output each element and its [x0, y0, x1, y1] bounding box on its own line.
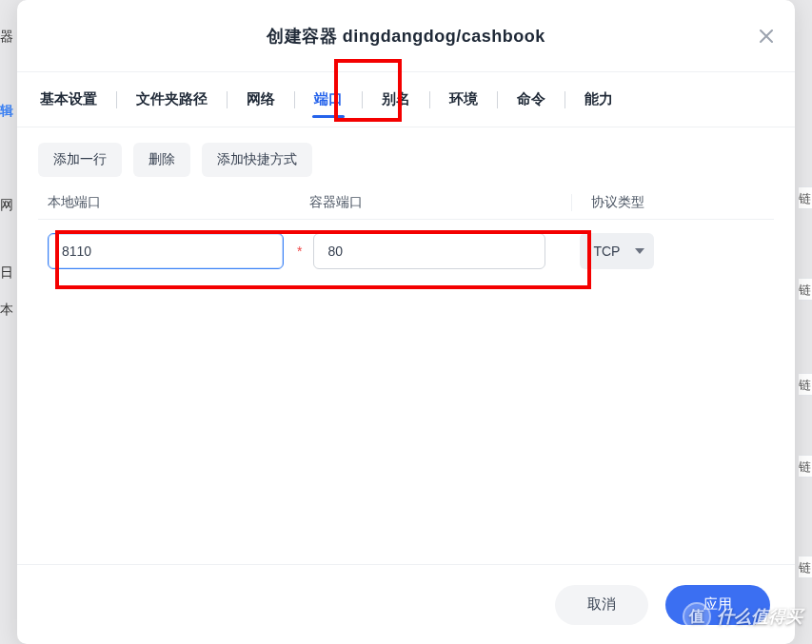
bg-row: 链 — [799, 278, 812, 301]
tab-capabilities[interactable]: 能力 — [583, 72, 615, 127]
bg-text: 网 — [0, 197, 13, 214]
bg-row: 链 — [799, 373, 812, 396]
tab-separator — [116, 91, 117, 108]
protocol-select-wrap: TCP — [580, 233, 654, 269]
tab-folder-path[interactable]: 文件夹路径 — [134, 72, 209, 127]
col-header-local-port: 本地端口 — [38, 194, 309, 211]
create-container-modal: 创建容器 dingdangdog/cashbook 基本设置 文件夹路径 网络 … — [17, 0, 795, 644]
bg-row: 链 — [799, 556, 812, 578]
tab-separator — [429, 91, 430, 108]
modal-footer: 取消 应用 — [17, 564, 795, 644]
chevron-down-icon — [635, 248, 644, 254]
bg-text: 日 — [0, 264, 13, 282]
tab-separator — [294, 91, 295, 108]
col-header-container-port: 容器端口 — [309, 194, 571, 211]
modal-header: 创建容器 dingdangdog/cashbook — [17, 0, 795, 72]
close-icon[interactable] — [757, 27, 776, 46]
tab-ports[interactable]: 端口 — [312, 72, 345, 127]
col-header-protocol: 协议类型 — [571, 194, 774, 211]
tab-command[interactable]: 命令 — [515, 72, 547, 127]
modal-tabs: 基本设置 文件夹路径 网络 端口 别名 环境 命令 能力 — [17, 72, 795, 127]
tab-alias[interactable]: 别名 — [380, 72, 412, 127]
port-column-headers: 本地端口 容器端口 协议类型 — [38, 194, 774, 220]
tab-basic-settings[interactable]: 基本设置 — [38, 72, 99, 127]
action-button-row: 添加一行 删除 添加快捷方式 — [38, 143, 774, 177]
required-asterisk: * — [297, 244, 302, 259]
tab-separator — [564, 91, 565, 108]
tab-separator — [227, 91, 228, 108]
bg-text: 器 — [0, 29, 13, 46]
tab-separator — [497, 91, 498, 108]
ports-panel: 添加一行 删除 添加快捷方式 本地端口 容器端口 协议类型 * TCP — [17, 127, 795, 564]
apply-button[interactable]: 应用 — [665, 585, 770, 625]
port-mapping-row: * TCP — [38, 233, 774, 269]
modal-title: 创建容器 dingdangdog/cashbook — [267, 25, 545, 48]
add-shortcut-button[interactable]: 添加快捷方式 — [202, 143, 312, 177]
bg-link-text: 辑 — [0, 103, 13, 120]
tab-separator — [362, 91, 363, 108]
delete-button[interactable]: 删除 — [133, 143, 190, 177]
protocol-select-value: TCP — [593, 244, 620, 259]
add-row-button[interactable]: 添加一行 — [38, 143, 122, 177]
local-port-input[interactable] — [48, 233, 284, 269]
container-port-input[interactable] — [313, 233, 545, 269]
tab-network[interactable]: 网络 — [245, 72, 277, 127]
tab-environment[interactable]: 环境 — [447, 72, 480, 127]
protocol-select[interactable]: TCP — [580, 233, 654, 269]
bg-row: 链 — [799, 186, 812, 209]
bg-row: 链 — [799, 455, 812, 478]
bg-text: 本 — [0, 302, 13, 319]
cancel-button[interactable]: 取消 — [555, 585, 648, 625]
